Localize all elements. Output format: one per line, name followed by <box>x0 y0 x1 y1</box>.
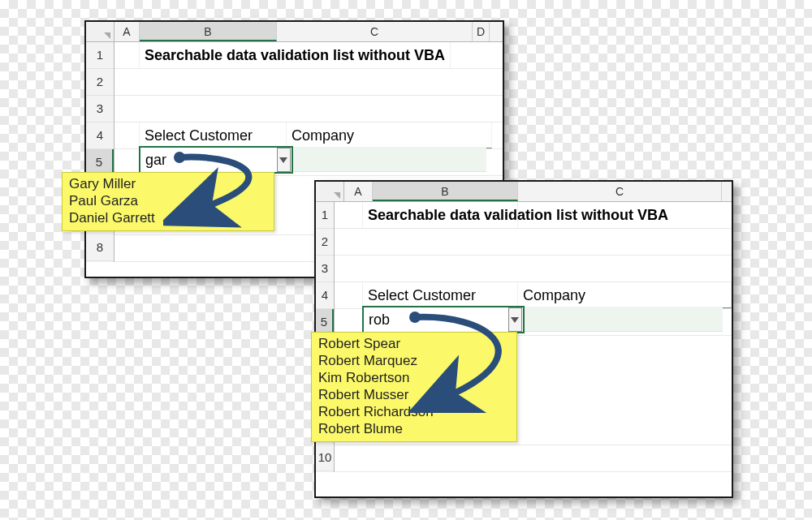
customer-input[interactable] <box>364 312 508 329</box>
col-header-c[interactable]: C <box>518 182 722 201</box>
dropdown-button[interactable] <box>508 307 522 332</box>
suggestion-list[interactable]: Gary Miller Paul Garza Daniel Garrett <box>62 172 274 231</box>
col-header-d[interactable]: D <box>473 22 490 41</box>
title-cell: Searchable data validation list without … <box>140 42 451 68</box>
suggestion-item[interactable]: Robert Blume <box>318 420 510 437</box>
row-header-1[interactable]: 1 <box>316 202 334 229</box>
row-header-2[interactable]: 2 <box>316 229 334 256</box>
col-header-a[interactable]: A <box>114 22 140 41</box>
company-cell[interactable] <box>525 307 723 332</box>
row-header-1[interactable]: 1 <box>86 42 114 69</box>
label-company: Company <box>518 282 732 308</box>
customer-input-cell[interactable] <box>362 306 525 333</box>
suggestion-item[interactable]: Robert Marquez <box>318 352 510 369</box>
suggestion-item[interactable]: Paul Garza <box>69 192 267 209</box>
select-all-corner[interactable] <box>316 182 344 201</box>
row-header-10[interactable]: 10 <box>316 445 334 471</box>
row-header-3[interactable]: 3 <box>316 256 334 282</box>
column-headers: A B C D <box>86 22 503 42</box>
excel-window-2: A B C 1 2 3 4 5 10 Searchable data valid… <box>314 180 733 498</box>
col-header-a[interactable]: A <box>344 182 373 201</box>
row-header-8[interactable]: 8 <box>86 234 114 261</box>
col-header-b[interactable]: B <box>140 22 277 41</box>
row-header-2[interactable]: 2 <box>86 69 114 96</box>
select-all-corner[interactable] <box>86 22 114 41</box>
row-header-3[interactable]: 3 <box>86 96 114 122</box>
row-header-4[interactable]: 4 <box>316 282 334 309</box>
suggestion-item[interactable]: Kim Robertson <box>318 369 510 386</box>
suggestion-item[interactable]: Robert Musser <box>318 386 510 403</box>
col-header-c[interactable]: C <box>277 22 473 41</box>
suggestion-item[interactable]: Robert Spear <box>318 335 510 352</box>
title-cell: Searchable data validation list without … <box>363 202 518 228</box>
label-select-customer: Select Customer <box>363 282 518 308</box>
customer-input-cell[interactable] <box>139 146 293 174</box>
dropdown-button[interactable] <box>277 148 291 172</box>
customer-input[interactable] <box>140 152 277 169</box>
suggestion-item[interactable]: Daniel Garrett <box>69 209 267 226</box>
suggestion-item[interactable]: Gary Miller <box>69 175 267 192</box>
suggestion-item[interactable]: Robert Richardson <box>318 403 510 420</box>
company-cell[interactable] <box>293 147 486 172</box>
label-select-customer: Select Customer <box>140 122 287 148</box>
row-header-4[interactable]: 4 <box>86 122 114 149</box>
column-headers: A B C <box>316 182 732 202</box>
label-company: Company <box>287 122 492 148</box>
suggestion-list[interactable]: Robert Spear Robert Marquez Kim Robertso… <box>311 332 517 442</box>
col-header-b[interactable]: B <box>373 182 518 201</box>
